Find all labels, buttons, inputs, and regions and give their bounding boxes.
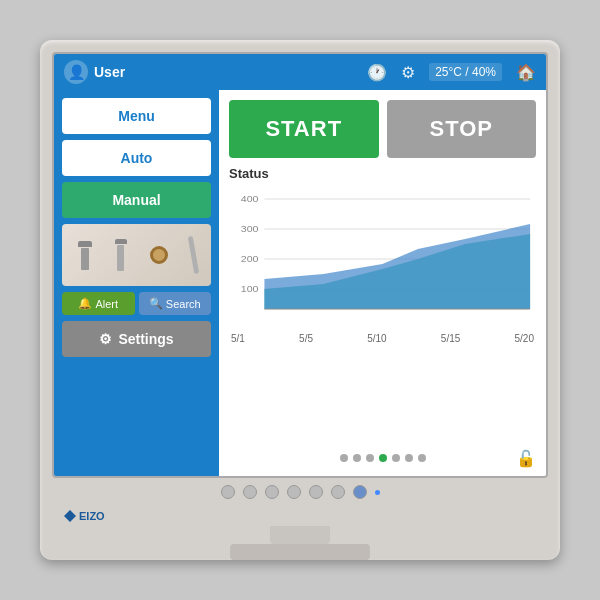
x-label-2: 5/5 xyxy=(299,333,313,344)
dot-6[interactable] xyxy=(405,454,413,462)
control-btn-2[interactable] xyxy=(243,485,257,499)
user-section: 👤 User xyxy=(64,60,367,84)
long-bolt xyxy=(187,236,199,274)
top-bar-icons: 🕐 ⚙ 25°C / 40% 🏠 xyxy=(367,63,536,82)
top-bar: 👤 User 🕐 ⚙ 25°C / 40% 🏠 xyxy=(54,54,546,90)
bolt-2 xyxy=(115,239,127,271)
svg-text:100: 100 xyxy=(241,284,259,294)
dot-7[interactable] xyxy=(418,454,426,462)
user-avatar: 👤 xyxy=(64,60,88,84)
x-label-1: 5/1 xyxy=(231,333,245,344)
eizo-diamond-icon xyxy=(64,510,76,522)
svg-marker-9 xyxy=(264,224,530,309)
left-panel: Menu Auto Manual xyxy=(54,90,219,476)
control-btn-6[interactable] xyxy=(331,485,345,499)
bell-icon: 🔔 xyxy=(78,297,92,310)
main-content: Menu Auto Manual xyxy=(54,90,546,476)
dot-4-active[interactable] xyxy=(379,454,387,462)
right-panel: START STOP Status 400 300 200 xyxy=(219,90,546,476)
control-btn-5[interactable] xyxy=(309,485,323,499)
search-icon: 🔍 xyxy=(149,297,163,310)
bolt-1 xyxy=(78,241,92,270)
control-btn-1[interactable] xyxy=(221,485,235,499)
svg-text:300: 300 xyxy=(241,224,259,234)
dot-2[interactable] xyxy=(353,454,361,462)
control-btn-4[interactable] xyxy=(287,485,301,499)
action-buttons: 🔔 Alert 🔍 Search xyxy=(62,292,211,315)
home-icon[interactable]: 🏠 xyxy=(516,63,536,82)
monitor-controls xyxy=(52,478,548,506)
search-label: Search xyxy=(166,298,201,310)
chart-x-labels: 5/1 5/5 5/10 5/15 5/20 xyxy=(229,333,536,344)
lock-icon[interactable]: 🔓 xyxy=(516,449,536,468)
alert-button[interactable]: 🔔 Alert xyxy=(62,292,135,315)
search-button[interactable]: 🔍 Search xyxy=(139,292,212,315)
gear-icon: ⚙ xyxy=(99,331,112,347)
monitor-neck xyxy=(270,526,330,544)
led-indicator xyxy=(375,490,380,495)
monitor-outer: 👤 User 🕐 ⚙ 25°C / 40% 🏠 Menu Auto Manual xyxy=(40,40,560,560)
svg-marker-11 xyxy=(64,510,76,522)
svg-text:400: 400 xyxy=(241,194,259,204)
settings-button[interactable]: ⚙ Settings xyxy=(62,321,211,357)
user-label: User xyxy=(94,64,125,80)
chart-container: 400 300 200 100 5/1 5/5 xyxy=(229,189,536,442)
dot-5[interactable] xyxy=(392,454,400,462)
pagination-dots: 🔓 xyxy=(229,450,536,466)
x-label-3: 5/10 xyxy=(367,333,386,344)
screen: 👤 User 🕐 ⚙ 25°C / 40% 🏠 Menu Auto Manual xyxy=(52,52,548,478)
menu-button[interactable]: Menu xyxy=(62,98,211,134)
dot-3[interactable] xyxy=(366,454,374,462)
nut-part xyxy=(150,246,168,264)
auto-button[interactable]: Auto xyxy=(62,140,211,176)
manual-button[interactable]: Manual xyxy=(62,182,211,218)
x-label-4: 5/15 xyxy=(441,333,460,344)
alert-label: Alert xyxy=(95,298,118,310)
svg-text:200: 200 xyxy=(241,254,259,264)
status-label: Status xyxy=(229,166,536,181)
start-stop-row: START STOP xyxy=(229,100,536,158)
screws-visual xyxy=(62,224,211,286)
start-button[interactable]: START xyxy=(229,100,379,158)
parts-image xyxy=(62,224,211,286)
eizo-text: EIZO xyxy=(79,510,105,522)
temperature-display: 25°C / 40% xyxy=(429,63,502,81)
settings-label: Settings xyxy=(118,331,173,347)
control-btn-3[interactable] xyxy=(265,485,279,499)
monitor-base xyxy=(230,544,370,560)
clock-icon[interactable]: 🕐 xyxy=(367,63,387,82)
dot-1[interactable] xyxy=(340,454,348,462)
power-button[interactable] xyxy=(353,485,367,499)
stop-button[interactable]: STOP xyxy=(387,100,537,158)
settings-sliders-icon[interactable]: ⚙ xyxy=(401,63,415,82)
status-chart: 400 300 200 100 xyxy=(229,189,536,329)
eizo-logo: EIZO xyxy=(64,510,105,522)
eizo-logo-area: EIZO xyxy=(52,506,548,526)
x-label-5: 5/20 xyxy=(515,333,534,344)
